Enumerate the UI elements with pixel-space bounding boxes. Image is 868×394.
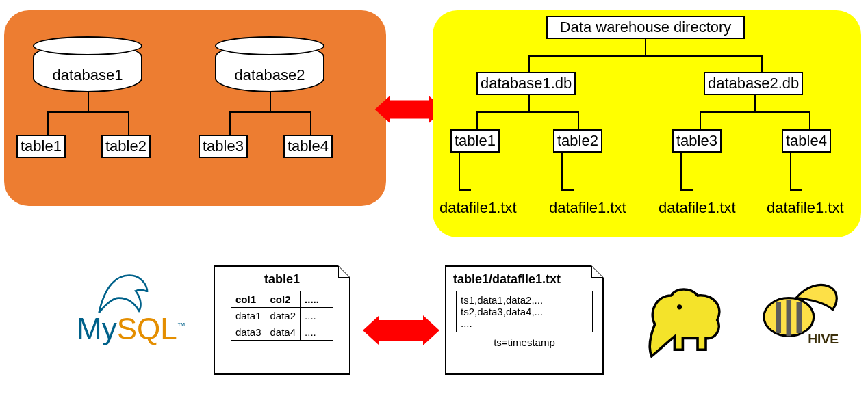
- mysql-doc-title: table1: [215, 272, 349, 287]
- connector: [476, 111, 579, 113]
- mysql-tm: ™: [177, 321, 186, 330]
- connector: [790, 189, 802, 191]
- cell: data3: [231, 324, 266, 341]
- col-header: .....: [301, 291, 333, 308]
- svg-text:HIVE: HIVE: [808, 332, 839, 346]
- connector: [578, 111, 579, 129]
- mysql-sql: SQL: [117, 312, 177, 345]
- mysql-table: col1 col2 ..... data1 data2 .... data3 d…: [231, 291, 333, 341]
- connector: [528, 95, 530, 111]
- table-box: table3: [199, 135, 248, 158]
- svg-point-0: [677, 304, 682, 309]
- col-header: col1: [231, 291, 266, 308]
- db-dir-1: database1.db: [476, 72, 576, 95]
- connector: [459, 153, 460, 189]
- db-dir-2: database2.db: [704, 72, 803, 95]
- double-arrow-icon: [387, 101, 432, 119]
- connector: [790, 153, 791, 189]
- mysql-logo: MySQL™: [77, 312, 186, 346]
- page-fold-icon: [592, 267, 602, 277]
- db1-label: database1: [34, 66, 141, 84]
- connector: [459, 189, 471, 191]
- table-box: table2: [553, 129, 602, 153]
- hive-doc-title: table1/datafile1.txt: [453, 272, 602, 287]
- cell: ....: [301, 308, 333, 324]
- file-line: ts1,data1,data2,...: [461, 294, 588, 306]
- connector: [700, 111, 701, 129]
- connector: [754, 95, 756, 111]
- hive-bee-icon: HIVE: [745, 272, 847, 354]
- db-cylinder-2: database2: [215, 43, 324, 92]
- warehouse-panel: Data warehouse directory database1.db da…: [433, 10, 861, 237]
- connector: [310, 111, 311, 135]
- connector: [88, 92, 89, 111]
- file-line: ts2,data3,data4,...: [461, 306, 588, 317]
- connector: [229, 111, 311, 113]
- connector: [128, 111, 129, 135]
- cell: data2: [266, 308, 301, 324]
- connector: [561, 189, 574, 191]
- connector: [229, 111, 231, 135]
- datafile-label: datafile1.txt: [549, 199, 626, 217]
- connector: [47, 111, 49, 135]
- mysql-my: My: [77, 312, 117, 345]
- table-box: table3: [672, 129, 722, 153]
- file-line: ....: [461, 317, 588, 329]
- connector: [700, 111, 810, 113]
- mysql-panel: database1 table1 table2 database2 table3…: [4, 10, 386, 206]
- table-box: table4: [782, 129, 831, 153]
- datafile-label: datafile1.txt: [439, 199, 517, 217]
- warehouse-root: Data warehouse directory: [546, 16, 745, 39]
- db-cylinder-1: database1: [33, 43, 142, 92]
- cell: ....: [301, 324, 333, 341]
- table-box: table4: [283, 135, 333, 158]
- connector: [270, 92, 271, 111]
- connector: [476, 111, 478, 129]
- double-arrow-icon: [376, 320, 426, 341]
- connector: [680, 153, 682, 189]
- hive-doc-content: ts1,data1,data2,... ts2,data3,data4,... …: [456, 291, 593, 332]
- timestamp-note: ts=timestamp: [446, 337, 602, 348]
- cell: data4: [266, 324, 301, 341]
- connector: [809, 111, 810, 129]
- col-header: col2: [266, 291, 301, 308]
- table-box: table1: [450, 129, 500, 153]
- db2-label: database2: [216, 66, 323, 84]
- connector: [645, 39, 646, 55]
- connector: [761, 55, 763, 72]
- mysql-table-doc: table1 col1 col2 ..... data1 data2 .... …: [214, 265, 350, 375]
- connector: [528, 55, 763, 57]
- connector: [680, 189, 693, 191]
- connector: [528, 55, 530, 72]
- datafile-label: datafile1.txt: [659, 199, 736, 217]
- connector: [561, 153, 563, 189]
- table-box: table2: [101, 135, 151, 158]
- datafile-label: datafile1.txt: [767, 199, 844, 217]
- connector: [47, 111, 129, 113]
- page-fold-icon: [339, 267, 349, 277]
- cell: data1: [231, 308, 266, 324]
- hive-datafile-doc: table1/datafile1.txt ts1,data1,data2,...…: [445, 265, 604, 375]
- hadoop-elephant-icon: [630, 279, 732, 361]
- table-box: table1: [16, 135, 66, 158]
